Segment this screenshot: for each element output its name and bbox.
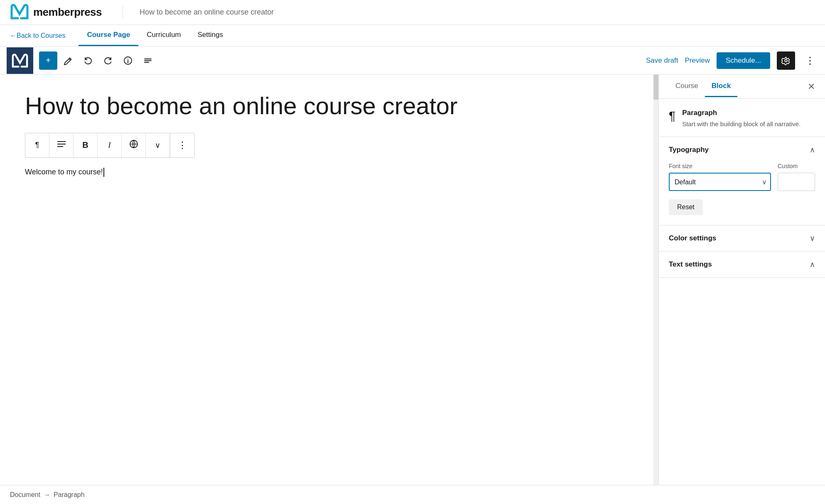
schedule-button[interactable]: Schedule...: [717, 52, 770, 69]
status-document: Document: [10, 491, 40, 499]
inline-italic-button[interactable]: I: [98, 133, 122, 157]
info-icon: [123, 56, 133, 65]
edit-icon: [64, 56, 73, 65]
block-paragraph-icon: ¶: [669, 110, 675, 122]
inline-paragraph-button[interactable]: ¶: [25, 133, 49, 157]
italic-icon: I: [108, 140, 111, 150]
typography-section: Typography ∧ Font size Default Small Med…: [659, 137, 825, 225]
color-settings-header[interactable]: Color settings ∨: [659, 225, 825, 251]
typography-section-header[interactable]: Typography ∧: [659, 137, 825, 163]
content-text: Welcome to my course!: [25, 168, 103, 176]
page-title: How to become an online course creator: [140, 8, 274, 17]
font-size-select[interactable]: Default Small Medium Large Extra Large: [669, 173, 771, 191]
list-view-icon: [143, 56, 152, 65]
block-title: Paragraph: [682, 109, 800, 117]
align-icon: [57, 140, 66, 150]
font-size-label: Font size: [669, 163, 771, 169]
typography-content: Font size Default Small Medium Large Ext…: [659, 163, 825, 225]
logo-area: memberpress: [10, 3, 102, 22]
editor-logo-box: [7, 47, 33, 74]
block-info: ¶ Paragraph Start with the building bloc…: [659, 99, 825, 137]
redo-button[interactable]: [99, 51, 117, 70]
status-arrow-icon: →: [44, 491, 50, 499]
inline-link-button[interactable]: [122, 133, 146, 157]
tab-block[interactable]: Block: [705, 76, 737, 97]
app-name: memberpress: [33, 6, 102, 19]
info-button[interactable]: [119, 51, 137, 70]
memberpress-logo: [10, 3, 29, 22]
inline-block-toolbar: ¶ B I: [25, 133, 195, 158]
editor-toolbar: + Save draft Preview: [0, 46, 825, 75]
nav-tabs: ←Back to Courses Course Page Curriculum …: [0, 25, 825, 46]
color-settings-section: Color settings ∨: [659, 225, 825, 252]
text-settings-section: Text settings ∧: [659, 252, 825, 278]
font-size-custom-col: Custom: [778, 163, 815, 191]
back-to-courses-link[interactable]: ←Back to Courses: [10, 32, 65, 39]
dropdown-icon: ∨: [155, 141, 160, 150]
bold-icon: B: [82, 140, 88, 150]
text-settings-header[interactable]: Text settings ∧: [659, 252, 825, 277]
scrollbar-track[interactable]: [653, 75, 658, 485]
editor-area[interactable]: How to become an online course creator ¶…: [0, 75, 659, 485]
inline-more-button[interactable]: ⋮: [170, 133, 194, 157]
panel-tabs: Course Block ✕: [659, 75, 825, 99]
more-icon: ⋮: [178, 140, 187, 151]
status-paragraph: Paragraph: [54, 491, 85, 499]
list-view-button[interactable]: [139, 51, 157, 70]
svg-point-6: [785, 59, 787, 62]
paragraph-icon: ¶: [35, 141, 39, 149]
panel-close-button[interactable]: ✕: [808, 81, 815, 92]
svg-point-2: [128, 59, 128, 59]
page-heading[interactable]: How to become an online course creator: [25, 91, 633, 120]
text-settings-title: Text settings: [669, 260, 712, 269]
redo-icon: [103, 56, 113, 65]
font-size-row: Font size Default Small Medium Large Ext…: [669, 163, 815, 191]
tab-curriculum[interactable]: Curriculum: [138, 25, 189, 46]
undo-icon: [83, 56, 93, 65]
typography-chevron-icon: ∧: [810, 145, 815, 154]
inline-dropdown-button[interactable]: ∨: [146, 133, 170, 157]
format-button[interactable]: [59, 51, 77, 70]
font-size-col: Font size Default Small Medium Large Ext…: [669, 163, 771, 191]
color-settings-chevron-icon: ∨: [810, 234, 815, 243]
right-panel: Course Block ✕ ¶ Paragraph Start with th…: [659, 75, 825, 485]
reset-button[interactable]: Reset: [669, 199, 703, 215]
custom-label: Custom: [778, 163, 815, 169]
settings-button[interactable]: [777, 51, 795, 70]
inline-align-button[interactable]: [49, 133, 74, 157]
more-options-button[interactable]: ⋮: [802, 53, 818, 68]
undo-button[interactable]: [79, 51, 97, 70]
save-draft-button[interactable]: Save draft: [646, 56, 678, 65]
link-icon: [129, 139, 138, 151]
scrollbar-thumb[interactable]: [653, 75, 658, 100]
block-details: Paragraph Start with the building block …: [682, 109, 800, 128]
toolbar-right: Save draft Preview Schedule... ⋮: [646, 51, 818, 70]
color-settings-title: Color settings: [669, 234, 716, 242]
text-settings-chevron-icon: ∧: [810, 260, 815, 269]
top-bar: memberpress How to become an online cour…: [0, 0, 825, 25]
inline-bold-button[interactable]: B: [74, 133, 98, 157]
tab-course-page[interactable]: Course Page: [79, 25, 138, 46]
font-size-custom-input[interactable]: [778, 173, 815, 191]
typography-title: Typography: [669, 146, 709, 154]
gear-icon: [781, 56, 791, 65]
add-block-button[interactable]: +: [39, 51, 57, 70]
status-bar: Document → Paragraph: [0, 485, 825, 504]
editor-content[interactable]: Welcome to my course!: [25, 166, 633, 178]
font-size-select-wrap: Default Small Medium Large Extra Large ∨: [669, 173, 771, 191]
top-bar-divider: [123, 6, 123, 19]
text-cursor: [103, 168, 104, 177]
main-layout: How to become an online course creator ¶…: [0, 75, 825, 485]
tab-settings[interactable]: Settings: [189, 25, 231, 46]
tab-course[interactable]: Course: [669, 76, 705, 97]
preview-button[interactable]: Preview: [685, 56, 710, 65]
block-description: Start with the building block of all nar…: [682, 120, 800, 128]
